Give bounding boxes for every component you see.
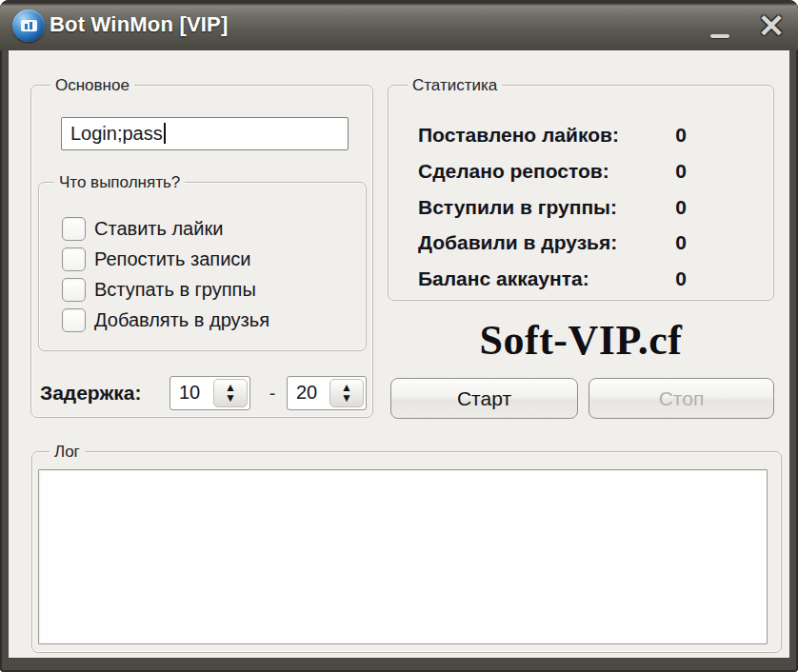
checkbox-reposts[interactable]	[62, 247, 86, 271]
app-icon	[12, 10, 45, 42]
stat-friends-label: Добавили в друзья:	[418, 231, 617, 254]
app-logo-icon	[21, 20, 37, 31]
login-input-value: Login;pass	[70, 123, 163, 144]
close-button[interactable]: ✕	[752, 5, 790, 47]
window-title: Bot WinMon [VIP]	[50, 12, 229, 37]
checkbox-groups-label[interactable]: Вступать в группы	[94, 279, 256, 301]
spinner-down-icon[interactable]: ▼	[341, 393, 352, 404]
start-button[interactable]: Старт	[390, 378, 578, 419]
stat-likes-value: 0	[661, 124, 701, 147]
stat-reposts-label: Сделано репостов:	[418, 160, 609, 183]
delay-from-value: 10	[179, 382, 200, 404]
log-output[interactable]	[38, 469, 768, 644]
stat-balance-label: Баланс аккаунта:	[418, 267, 589, 290]
group-main-label: Основное	[50, 75, 134, 95]
minimize-button[interactable]	[710, 32, 731, 40]
delay-to-value: 20	[296, 382, 317, 404]
checkbox-reposts-label[interactable]: Репостить записи	[94, 248, 250, 270]
stat-groups-value: 0	[661, 196, 701, 219]
group-stats: Статистика Поставлено лайков: 0 Сделано …	[388, 85, 774, 301]
client-area: Основное Login;pass Что выполнять? Стави…	[9, 50, 789, 658]
delay-to-spin-buttons[interactable]: ▲ ▼	[329, 379, 364, 407]
stop-button: Стоп	[589, 378, 774, 419]
checkbox-likes-label[interactable]: Ставить лайки	[94, 218, 223, 240]
stat-balance-value: 0	[661, 267, 701, 290]
checkbox-groups[interactable]	[62, 278, 86, 302]
stat-row-likes: Поставлено лайков: 0	[389, 124, 773, 152]
login-input[interactable]: Login;pass	[61, 117, 349, 150]
delay-from-spin-buttons[interactable]: ▲ ▼	[213, 379, 248, 407]
group-stats-label: Статистика	[408, 75, 502, 95]
group-tasks: Что выполнять? Ставить лайки Репостить з…	[38, 182, 367, 351]
watermark-text: Soft-VIP.cf	[388, 316, 774, 365]
delay-label: Задержка:	[40, 382, 141, 405]
stat-reposts-value: 0	[661, 160, 701, 183]
delay-to-spinner[interactable]: 20 ▲ ▼	[287, 376, 367, 410]
titlebar[interactable]: Bot WinMon [VIP] ✕	[0, 0, 798, 50]
stat-row-groups: Вступили в группы: 0	[389, 196, 773, 225]
checkbox-likes[interactable]	[62, 217, 86, 241]
delay-from-spinner[interactable]: 10 ▲ ▼	[170, 376, 250, 410]
app-window: Bot WinMon [VIP] ✕ Основное Login;pass Ч…	[0, 0, 798, 672]
text-caret	[164, 123, 166, 144]
stat-row-reposts: Сделано репостов: 0	[389, 160, 773, 188]
stat-groups-label: Вступили в группы:	[418, 196, 617, 219]
spinner-down-icon[interactable]: ▼	[225, 393, 236, 404]
minimize-icon	[710, 34, 729, 38]
group-tasks-label: Что выполнять?	[54, 172, 185, 192]
delay-separator: -	[260, 383, 285, 405]
stat-row-balance: Баланс аккаунта: 0	[389, 267, 773, 296]
group-log-label: Лог	[50, 442, 85, 462]
stat-friends-value: 0	[661, 231, 701, 254]
stat-row-friends: Добавили в друзья: 0	[389, 231, 773, 260]
stat-likes-label: Поставлено лайков:	[418, 124, 619, 147]
checkbox-friends-label[interactable]: Добавлять в друзья	[94, 309, 269, 331]
checkbox-friends[interactable]	[62, 308, 86, 332]
